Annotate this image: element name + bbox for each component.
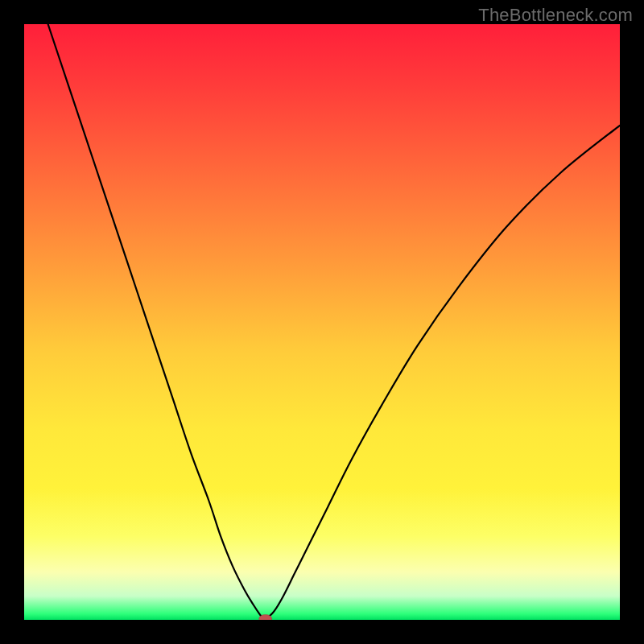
plot-gradient-background <box>24 24 620 620</box>
watermark-text: TheBottleneck.com <box>478 5 633 26</box>
chart-frame: TheBottleneck.com <box>0 0 644 644</box>
